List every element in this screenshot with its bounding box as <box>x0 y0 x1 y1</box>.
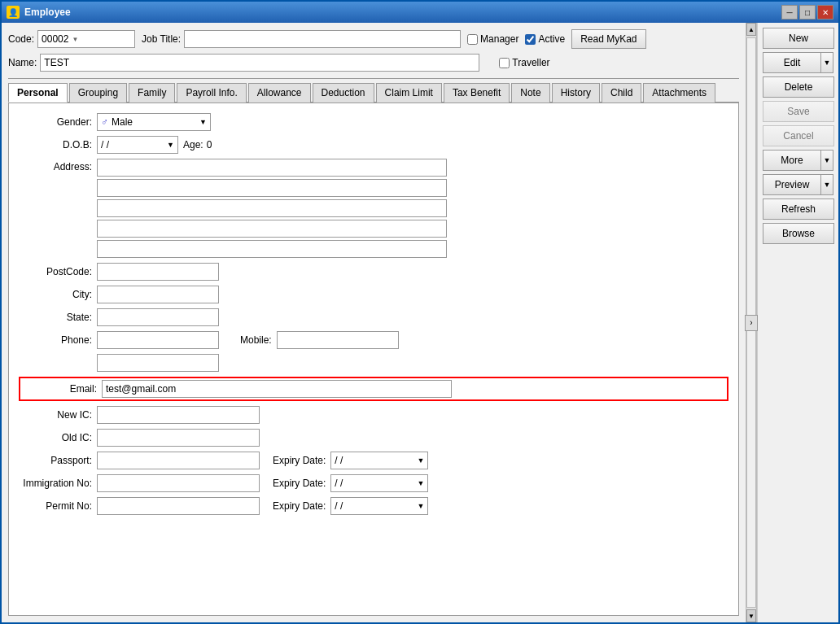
permit-expiry-dropdown[interactable]: / / ▼ <box>330 497 428 515</box>
old-ic-label: Old IC: <box>19 432 92 443</box>
tab-claim-limit[interactable]: Claim Limit <box>376 83 442 103</box>
immigration-expiry-dropdown[interactable]: / / ▼ <box>330 474 428 492</box>
active-label: Active <box>538 33 565 45</box>
tab-bar: Personal Grouping Family Payroll Info. A… <box>8 82 739 103</box>
gender-row: Gender: ♂ Male ▼ <box>19 113 728 131</box>
tab-personal[interactable]: Personal <box>8 83 68 103</box>
job-title-label: Job Title: <box>142 33 181 45</box>
traveller-label: Traveller <box>512 57 549 68</box>
preview-button-group: Preview ▼ <box>763 174 833 195</box>
city-input[interactable] <box>97 286 219 303</box>
name-label: Name: <box>8 57 37 68</box>
collapse-panel-button[interactable]: › <box>745 315 758 331</box>
tab-grouping[interactable]: Grouping <box>69 83 127 103</box>
close-button[interactable]: ✕ <box>817 5 833 20</box>
minimize-button[interactable]: ─ <box>781 5 798 20</box>
dob-dropdown[interactable]: / / ▼ <box>97 136 178 154</box>
new-button[interactable]: New <box>763 28 834 49</box>
permit-row: Permit No: Expiry Date: / / ▼ <box>19 497 728 515</box>
phone-row: Phone: Mobile: <box>19 331 728 349</box>
immigration-expiry-label: Expiry Date: <box>273 478 326 489</box>
tab-attachments[interactable]: Attachments <box>643 83 715 103</box>
active-checkbox[interactable] <box>525 34 536 45</box>
tab-history[interactable]: History <box>552 83 600 103</box>
refresh-button[interactable]: Refresh <box>763 199 834 220</box>
cancel-button[interactable]: Cancel <box>763 125 834 146</box>
mobile-input[interactable] <box>277 331 399 349</box>
immigration-row: Immigration No: Expiry Date: / / ▼ <box>19 474 728 492</box>
postcode-input[interactable] <box>97 263 219 281</box>
old-ic-row: Old IC: <box>19 429 728 447</box>
code-label: Code: <box>8 33 34 45</box>
new-ic-row: New IC: <box>19 406 728 424</box>
permit-expiry-label: Expiry Date: <box>273 500 326 512</box>
address-line-4[interactable] <box>97 220 447 238</box>
manager-checkbox[interactable] <box>467 34 478 45</box>
immigration-label: Immigration No: <box>19 478 92 489</box>
edit-button[interactable]: Edit <box>763 52 820 73</box>
edit-dropdown-arrow[interactable]: ▼ <box>820 52 833 73</box>
address-line-1[interactable] <box>97 159 447 177</box>
preview-dropdown-arrow[interactable]: ▼ <box>820 174 833 195</box>
tab-payroll-info[interactable]: Payroll Info. <box>177 83 246 103</box>
scroll-up-button[interactable]: ▲ <box>746 23 756 36</box>
tab-family[interactable]: Family <box>129 83 175 103</box>
job-title-group: Job Title: <box>142 30 461 48</box>
code-input[interactable]: 00002 ▼ <box>37 30 135 48</box>
age-group: Age: 0 <box>183 139 212 151</box>
permit-input[interactable] <box>97 497 260 515</box>
traveller-checkbox[interactable] <box>499 58 510 68</box>
preview-button[interactable]: Preview <box>763 174 820 195</box>
old-ic-input[interactable] <box>97 429 260 447</box>
active-group: Active <box>525 33 565 45</box>
delete-button[interactable]: Delete <box>763 76 834 98</box>
phone-label: Phone: <box>19 334 92 346</box>
city-row: City: <box>19 286 728 303</box>
state-input[interactable] <box>97 308 219 326</box>
tab-child[interactable]: Child <box>602 83 641 103</box>
phone-input[interactable] <box>97 331 219 349</box>
name-input[interactable] <box>40 54 479 72</box>
passport-input[interactable] <box>97 452 260 469</box>
traveller-group: Traveller <box>499 57 549 68</box>
more-dropdown-arrow[interactable]: ▼ <box>820 150 833 171</box>
tab-allowance[interactable]: Allowance <box>248 83 311 103</box>
code-group: Code: 00002 ▼ <box>8 30 135 48</box>
extra-phone-input[interactable] <box>97 354 219 372</box>
tab-note[interactable]: Note <box>511 83 549 103</box>
address-inputs <box>97 159 447 258</box>
right-panel: New Edit ▼ Delete Save Cancel More ▼ Pre… <box>757 23 838 622</box>
header-separator <box>8 78 739 79</box>
browse-button[interactable]: Browse <box>763 223 834 244</box>
passport-expiry-dropdown[interactable]: / / ▼ <box>330 452 428 469</box>
address-label: Address: <box>19 161 92 172</box>
dob-label: D.O.B: <box>19 139 92 151</box>
address-line-5[interactable] <box>97 240 447 258</box>
immigration-input[interactable] <box>97 474 260 492</box>
scroll-down-button[interactable]: ▼ <box>746 609 756 622</box>
job-title-input[interactable] <box>184 30 461 48</box>
tab-deduction[interactable]: Deduction <box>313 83 374 103</box>
email-row: Email: <box>19 377 728 401</box>
address-line-3[interactable] <box>97 199 447 217</box>
scrollbar-container: ▲ ▼ › <box>746 23 757 622</box>
more-button[interactable]: More <box>763 150 820 171</box>
new-ic-input[interactable] <box>97 406 260 424</box>
maximize-button[interactable]: □ <box>799 5 816 20</box>
window-title: Employee <box>24 7 71 18</box>
city-label: City: <box>19 289 92 300</box>
save-button[interactable]: Save <box>763 101 834 122</box>
manager-group: Manager <box>467 33 518 45</box>
permit-label: Permit No: <box>19 500 92 512</box>
header-toolbar: Code: 00002 ▼ Job Title: Manager Acti <box>8 29 739 49</box>
email-input[interactable] <box>102 380 452 398</box>
dob-dropdown-arrow: ▼ <box>167 141 174 149</box>
address-line-2[interactable] <box>97 179 447 197</box>
tab-tax-benefit[interactable]: Tax Benefit <box>444 83 510 103</box>
manager-label: Manager <box>480 33 518 45</box>
dob-row: D.O.B: / / ▼ Age: 0 <box>19 136 728 154</box>
personal-tab-content: Gender: ♂ Male ▼ D.O.B: / / ▼ Age: <box>8 103 739 616</box>
gender-value: Male <box>112 116 133 128</box>
gender-dropdown[interactable]: ♂ Male ▼ <box>97 113 211 131</box>
read-mykad-button[interactable]: Read MyKad <box>571 29 645 49</box>
